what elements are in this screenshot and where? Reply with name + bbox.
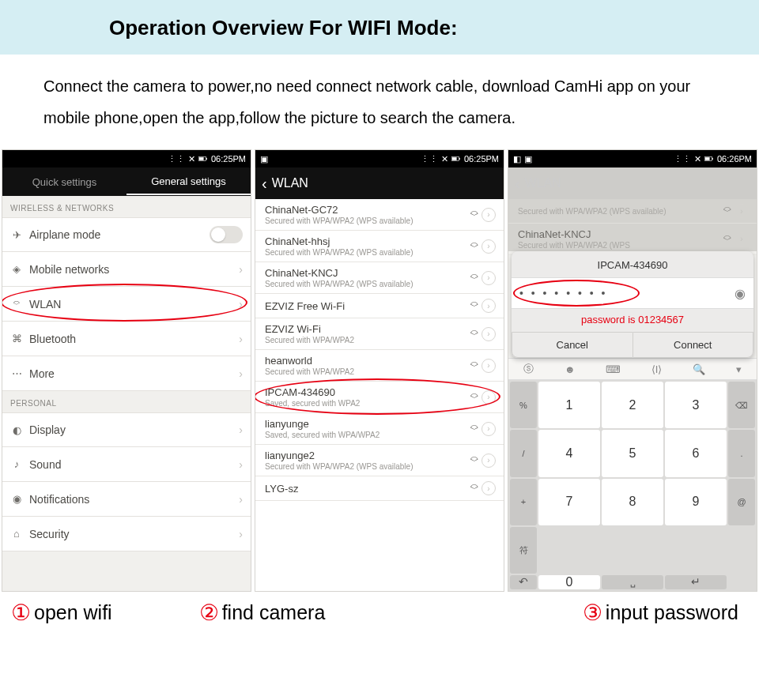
kb-logo-icon[interactable]: ⓢ [523, 362, 534, 376]
app-icon: ◧ [513, 154, 521, 164]
intro-text: Connect the camera to power,no need conn… [0, 55, 759, 149]
dialog-buttons: Cancel Connect [512, 332, 753, 358]
svg-rect-5 [459, 158, 460, 160]
wifi-network-row[interactable]: heanworldSecured with WPA/WPA2⌔› [255, 350, 504, 382]
key-0[interactable]: 0 [538, 575, 600, 589]
airplane-toggle[interactable] [210, 226, 243, 243]
signal-icon: ⋮⋮ [674, 154, 691, 164]
more-icon: ⋯ [10, 367, 23, 379]
row-notifications[interactable]: ◉ Notifications › [2, 482, 251, 517]
tab-general-settings[interactable]: General settings [126, 169, 251, 195]
bg-wifi-row: Secured with WPA/WPA2 (WPS available)⌔› [508, 199, 757, 224]
key-dot[interactable]: . [728, 430, 755, 476]
detail-icon[interactable]: › [481, 481, 496, 495]
row-security[interactable]: ⌂ Security › [2, 517, 251, 551]
kb-emoji-icon[interactable]: ☻ [565, 363, 576, 375]
chevron-right-icon: › [239, 333, 243, 345]
wifi-signal-icon: ⌔ [470, 271, 478, 285]
key-space[interactable]: ␣ [602, 575, 663, 589]
kb-search-icon[interactable]: 🔍 [693, 363, 705, 375]
connect-button[interactable]: Connect [633, 332, 754, 358]
circled-3-icon: ③ [583, 600, 602, 626]
password-input-row[interactable]: • • • • • • • • ◉ [512, 277, 753, 309]
detail-icon[interactable]: › [481, 299, 496, 313]
key-undo[interactable]: ↶ [510, 575, 537, 589]
security-icon: ⌂ [10, 528, 23, 540]
key-9[interactable]: 9 [665, 479, 727, 525]
back-icon: ‹ [515, 175, 520, 193]
key-slash[interactable]: / [510, 430, 537, 476]
detail-icon[interactable]: › [481, 208, 496, 222]
cancel-button[interactable]: Cancel [512, 332, 633, 358]
detail-icon[interactable]: › [481, 390, 496, 405]
status-time: 06:25PM [464, 154, 499, 164]
settings-tabs: Quick settings General settings [2, 167, 251, 196]
no-sim-icon: ✕ [694, 154, 701, 164]
battery-icon [704, 154, 714, 164]
row-sound[interactable]: ♪ Sound › [2, 447, 251, 482]
detail-icon[interactable]: › [481, 239, 496, 254]
row-display[interactable]: ◐ Display › [2, 412, 251, 447]
step-2: ②find camera [199, 600, 326, 626]
svg-rect-8 [712, 158, 713, 160]
back-icon[interactable]: ‹ [262, 175, 267, 193]
row-more[interactable]: ⋯ More › [2, 356, 251, 391]
dialog-title: IPCAM-434690 [512, 259, 753, 277]
key-2[interactable]: 2 [602, 382, 663, 428]
wifi-network-row[interactable]: EZVIZ Wi-FiSecured with WPA/WPA2⌔› [255, 318, 504, 350]
key-5[interactable]: 5 [602, 430, 663, 476]
chevron-right-icon: › [239, 493, 243, 506]
step-1: ①open wifi [11, 600, 112, 626]
tab-quick-settings[interactable]: Quick settings [2, 170, 126, 194]
detail-icon[interactable]: › [481, 327, 496, 341]
row-wlan[interactable]: ⌔ WLAN › [2, 287, 251, 322]
key-percent[interactable]: % [510, 382, 537, 428]
step-3: ③input password [583, 600, 738, 626]
no-sim-icon: ✕ [188, 154, 195, 164]
detail-icon[interactable]: › [481, 359, 496, 373]
row-bluetooth[interactable]: ⌘ Bluetooth › [2, 322, 251, 356]
wifi-network-row[interactable]: ChinaNet-GC72Secured with WPA/WPA2 (WPS … [255, 199, 504, 231]
detail-icon[interactable]: › [481, 453, 496, 468]
key-symbol[interactable]: 符 [510, 527, 537, 574]
step-captions: ①open wifi ②find camera ③input password [0, 592, 759, 634]
header-banner: Operation Overview For WIFI Mode: [0, 0, 759, 55]
key-3[interactable]: 3 [665, 382, 727, 428]
kb-keyboard-icon[interactable]: ⌨ [606, 363, 621, 375]
no-sim-icon: ✕ [441, 154, 448, 164]
wifi-network-row[interactable]: lianyunge2Secured with WPA/WPA2 (WPS ava… [255, 445, 504, 476]
screenshots-row: ⋮⋮ ✕ 06:25PM Quick settings General sett… [0, 149, 759, 592]
detail-icon[interactable]: › [481, 271, 496, 285]
wifi-signal-icon: ⌔ [470, 327, 478, 341]
key-4[interactable]: 4 [538, 430, 600, 476]
row-airplane-mode[interactable]: ✈ Airplane mode [2, 217, 251, 252]
wifi-network-row[interactable]: ChinaNet-KNCJSecured with WPA/WPA2 (WPS … [255, 262, 504, 294]
kb-collapse-icon[interactable]: ▾ [736, 363, 742, 375]
airplane-icon: ✈ [10, 229, 23, 241]
key-8[interactable]: 8 [602, 479, 663, 525]
detail-icon[interactable]: › [481, 422, 496, 436]
svg-rect-4 [452, 157, 457, 160]
status-bar: ⋮⋮ ✕ 06:25PM [2, 150, 251, 167]
chevron-right-icon: › [239, 528, 243, 540]
kb-cursor-icon[interactable]: ⟨I⟩ [651, 363, 663, 375]
key-7[interactable]: 7 [538, 479, 600, 525]
wifi-signal-icon: ⌔ [470, 208, 478, 222]
wifi-network-row[interactable]: LYG-sz⌔› [255, 476, 504, 501]
password-hint: password is 01234567 [512, 309, 753, 332]
key-backspace[interactable]: ⌫ [728, 382, 755, 428]
wifi-network-row[interactable]: EZVIZ Free Wi-Fi⌔› [255, 294, 504, 318]
eye-icon[interactable]: ◉ [734, 286, 746, 301]
key-plus[interactable]: + [510, 479, 537, 525]
key-at[interactable]: @ [728, 479, 755, 525]
wifi-network-row-ipcam[interactable]: IPCAM-434690Saved, secured with WPA2⌔› [255, 382, 504, 413]
wifi-network-row[interactable]: lianyungeSaved, secured with WPA/WPA2⌔› [255, 413, 504, 445]
wlan-navbar-dimmed: ‹ WLAN [508, 167, 757, 199]
key-enter[interactable]: ↵ [665, 575, 727, 589]
key-6[interactable]: 6 [665, 430, 727, 476]
wifi-network-row[interactable]: ChinaNet-hhsjSecured with WPA/WPA2 (WPS … [255, 231, 504, 262]
circled-2-icon: ② [199, 600, 219, 626]
row-mobile-networks[interactable]: ◈ Mobile networks › [2, 252, 251, 287]
sd-icon: ▣ [260, 154, 268, 164]
key-1[interactable]: 1 [538, 382, 600, 428]
